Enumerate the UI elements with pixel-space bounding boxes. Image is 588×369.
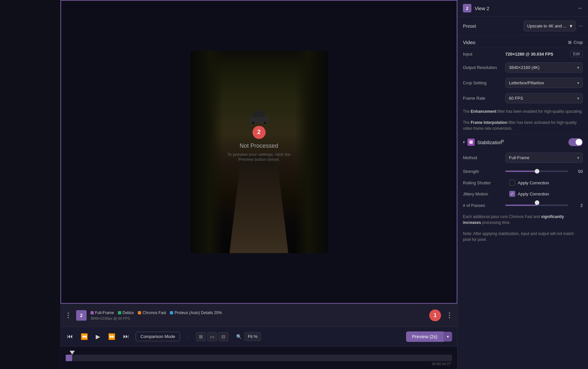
jittery-motion-checkbox[interactable]: ✓	[509, 191, 515, 197]
comparison-mode-button[interactable]: Comparison Mode	[136, 332, 180, 341]
svg-rect-0	[469, 141, 473, 144]
track-resolution: 3840×2160px @ 60 FPS	[90, 316, 442, 320]
rolling-shutter-checkbox[interactable]	[509, 180, 515, 186]
passes-note: Each additional pass runs Chronos Fast a…	[458, 211, 588, 228]
zoom-out-button[interactable]: 🔍	[236, 334, 242, 339]
frame-rate-dropdown[interactable]: 60 FPS ▾	[505, 93, 583, 103]
view-number-badge: 2	[463, 4, 471, 12]
timeline-bar[interactable]	[66, 355, 452, 361]
right-panel: 2 View 2 ↔ Preset Upscale to 4K and ... …	[457, 0, 588, 369]
video-section-header: Video ⊞ Crop	[458, 36, 588, 48]
passes-value: 2	[571, 203, 583, 208]
edit-input-button[interactable]: Edit	[570, 51, 583, 57]
not-processed-subtitle: To preview your settings, click the Prev…	[225, 152, 293, 161]
split-view-button[interactable]: ⊞	[196, 332, 206, 341]
output-resolution-dropdown[interactable]: 3840×2160 (4K) ▾	[505, 62, 583, 73]
crop-setting-value: Letterbox/Pillarbox	[509, 80, 544, 85]
preset-value: Upscale to 4K and ...	[527, 24, 567, 28]
method-value: Full-Frame	[509, 155, 530, 160]
view-header: 2 View 2 ↔	[458, 0, 588, 17]
passes-label: # of Passes	[463, 203, 505, 208]
view-title: View 2	[475, 6, 574, 11]
jittery-motion-label: Jittery Motion	[463, 192, 505, 196]
jittery-motion-text: Apply Correction	[518, 192, 549, 196]
rolling-shutter-label: Rolling Shutter	[463, 180, 505, 185]
frame-rate-arrow: ▾	[577, 96, 579, 101]
playback-controls: ⏮ ⏪ ▶ ⏩ ⏭ Comparison Mode · ⊞ ▭ ⊟ 🔍 Fit …	[60, 327, 457, 346]
track-number-badge: 2	[76, 310, 87, 321]
single-view-button[interactable]: ▭	[207, 332, 217, 341]
frame-rate-row: Frame Rate 60 FPS ▾	[458, 91, 588, 106]
input-value: 720×1280 @ 30.034 FPS	[505, 52, 570, 57]
video-section-title: Video	[463, 40, 568, 45]
filter-deblur: Deblur	[118, 310, 134, 315]
passes-slider-container[interactable]	[505, 202, 568, 209]
not-processed-title: Not Processed	[225, 142, 293, 149]
preset-more-button[interactable]: ···	[579, 23, 583, 29]
passes-slider-thumb[interactable]	[535, 200, 539, 205]
expand-icon[interactable]: ↔	[578, 5, 583, 11]
view-mode-buttons: ⊞ ▭ ⊟	[196, 332, 228, 341]
video-frame: Not Processed To preview your settings, …	[190, 51, 328, 253]
output-resolution-arrow: ▾	[577, 65, 579, 70]
preview-button-group: Preview (2s) ▾	[406, 331, 452, 342]
passes-row: # of Passes 2	[458, 199, 588, 211]
prev-frame-button[interactable]: ⏪	[79, 332, 89, 342]
collapse-arrow-icon[interactable]: ▾	[463, 140, 465, 144]
strength-slider-container[interactable]	[505, 168, 568, 175]
strength-slider-track	[505, 171, 568, 172]
preset-label: Preset	[463, 24, 524, 29]
timeline-playhead	[70, 351, 75, 355]
ai-badge: AI	[501, 139, 504, 143]
preset-dropdown[interactable]: Upscale to 4K and ... ▾	[524, 21, 576, 31]
output-resolution-label: Output Resolution	[463, 65, 505, 70]
preview-badge-2: 2	[253, 126, 266, 139]
frame-interpolation-info: The Frame Interpolation filter has been …	[458, 117, 588, 134]
filter-proteus: Proteus (Auto) Details 20%	[170, 310, 222, 315]
output-resolution-row: Output Resolution 3840×2160 (4K) ▾	[458, 60, 588, 75]
zoom-dropdown[interactable]: Fit %	[244, 332, 261, 341]
skip-to-end-button[interactable]: ⏭	[122, 332, 130, 341]
timeline-timestamp: 00:00:34:27	[432, 362, 451, 366]
play-button[interactable]: ▶	[94, 332, 102, 342]
timeline[interactable]: 00:00:34:27	[60, 346, 457, 369]
crop-setting-arrow: ▾	[577, 81, 579, 85]
jittery-motion-row: Jittery Motion ✓ Apply Correction	[458, 188, 588, 199]
crop-icon: ⊞	[568, 40, 572, 45]
strength-row: Strength 50	[458, 165, 588, 177]
toggle-knob	[576, 139, 582, 145]
frame-rate-value: 60 FPS	[509, 96, 523, 101]
pixel-note: Note: After applying stabilization, inpu…	[458, 228, 588, 245]
next-frame-button[interactable]: ⏩	[107, 332, 117, 342]
method-row: Method Full-Frame ▾	[458, 150, 588, 165]
passes-slider-track	[505, 205, 568, 206]
method-dropdown[interactable]: Full-Frame ▾	[505, 153, 583, 163]
rolling-shutter-text: Apply Correction	[518, 180, 549, 185]
crop-button[interactable]: ⊞ Crop	[568, 40, 583, 45]
track-filters: Full-Frame Deblur Chronos Fast Proteus (…	[90, 310, 442, 315]
crop-setting-label: Crop Setting	[463, 80, 505, 85]
stabilization-toggle[interactable]	[568, 138, 583, 146]
preview-dropdown-arrow[interactable]: ▾	[443, 332, 452, 342]
crop-label: Crop	[574, 40, 583, 45]
strength-label: Strength	[463, 169, 505, 174]
crop-setting-dropdown[interactable]: Letterbox/Pillarbox ▾	[505, 78, 583, 88]
dual-view-button[interactable]: ⊟	[219, 332, 228, 341]
enhancement-info: The Enhancement filter has been enabled …	[458, 106, 588, 117]
input-label: Input	[463, 52, 505, 57]
skip-to-start-button[interactable]: ⏮	[66, 332, 74, 341]
preview-button[interactable]: Preview (2s)	[406, 331, 443, 342]
track-menu-right[interactable]	[446, 311, 453, 319]
jeep-silhouette	[249, 111, 269, 123]
filter-chronos: Chronos Fast	[138, 310, 166, 315]
frame-rate-label: Frame Rate	[463, 96, 505, 101]
strength-slider-thumb[interactable]	[535, 169, 539, 174]
passes-slider-fill	[505, 205, 537, 206]
preset-dropdown-arrow: ▾	[570, 23, 572, 29]
track-menu-left[interactable]	[64, 311, 72, 319]
preset-row: Preset Upscale to 4K and ... ▾ ···	[458, 17, 588, 36]
stabilization-icon	[467, 139, 475, 146]
track-info: Full-Frame Deblur Chronos Fast Proteus (…	[90, 310, 442, 320]
zoom-controls: 🔍 Fit %	[236, 332, 261, 341]
rolling-shutter-checkbox-wrapper: Apply Correction	[509, 180, 549, 186]
